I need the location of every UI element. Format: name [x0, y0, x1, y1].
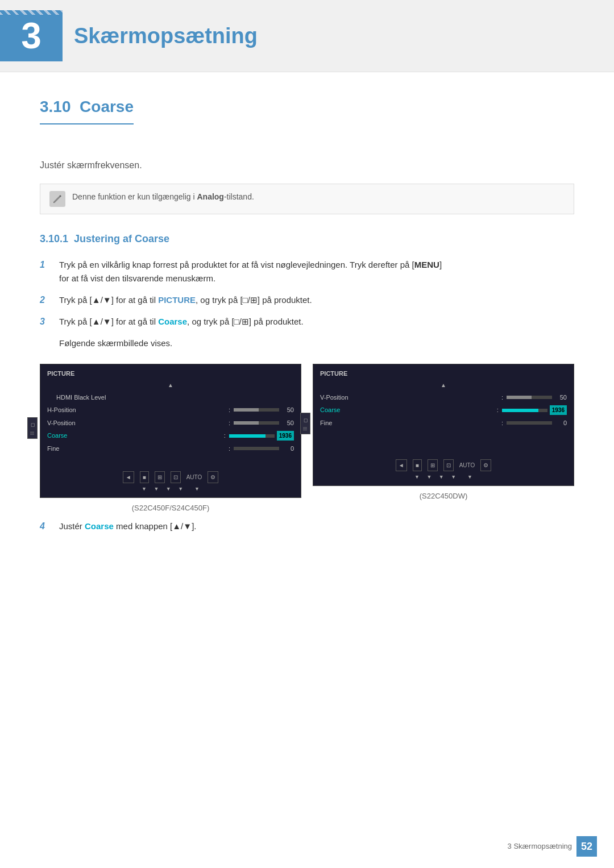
monitor-ui-2: PICTURE ▲ V-Position : 50 Coarse: [313, 364, 574, 486]
auto-label: AUTO: [186, 473, 202, 481]
page-footer: 3 Skærmopsætning 52: [0, 836, 614, 857]
steps-container: 1 Tryk på en vilkårlig knap forrest på p…: [40, 258, 574, 350]
picture-label-2: PICTURE: [318, 369, 569, 379]
screenshot-label-2: (S22C450DW): [420, 491, 468, 502]
step-number-1: 1: [40, 258, 51, 272]
row-label-vpos-2: V-Position: [320, 393, 498, 402]
menu-row-coarse-2: Coarse : 1936: [318, 404, 569, 417]
step-3: 3 Tryk på [▲/▼] for at gå til Coarse, og…: [40, 315, 574, 329]
chapter-number: 3: [0, 10, 63, 61]
sub-step-text: Følgende skærmbillede vises.: [59, 337, 574, 350]
bar-vpos: [234, 421, 279, 425]
up-arrow-2: ▲: [318, 381, 569, 389]
note-icon: [49, 191, 65, 207]
note-box: Denne funktion er kun tilgængelig i Anal…: [40, 184, 574, 214]
step-1: 1 Tryk på en vilkårlig knap forrest på p…: [40, 258, 574, 285]
step-number-2: 2: [40, 293, 51, 307]
note-text: Denne funktion er kun tilgængelig i Anal…: [72, 191, 254, 203]
step-number-3: 3: [40, 315, 51, 329]
monitor-ui-1: PICTURE ▲ HDMI Black Level H-Position : …: [40, 364, 301, 498]
monitor-icons-row-1: ◄ ■ ⊞ ⊡ AUTO ⚙: [45, 469, 296, 485]
pencil-icon: [52, 194, 63, 204]
menu-row-hdmi: HDMI Black Level: [45, 391, 296, 404]
footer-section-label: 3 Skærmopsætning: [508, 841, 572, 852]
bar-coarse-2: [502, 409, 547, 412]
screenshots-container: ◻ ||| PICTURE ▲ HDMI Black Level H-Posit…: [40, 364, 574, 514]
step-text-2: Tryk på [▲/▼] for at gå til PICTURE, og …: [59, 293, 312, 307]
menu-row-fine-2: Fine : 0: [318, 417, 569, 430]
bar-fine-2: [507, 421, 552, 425]
row-label-coarse-2: Coarse: [320, 405, 493, 415]
bar-vpos-2: [507, 396, 552, 399]
nav2-icon-4: ⊡: [443, 459, 454, 471]
row-label-hpos: H-Position: [47, 405, 225, 415]
nav-icon-3: ⊞: [155, 471, 165, 483]
nav2-icon-5: ⚙: [480, 459, 491, 471]
menu-row-vpos-2: V-Position : 50: [318, 391, 569, 404]
nav-icon-1: ◄: [123, 471, 134, 483]
screenshot-label-1: (S22C450F/S24C450F): [132, 502, 210, 514]
bar-hpos: [234, 408, 279, 412]
row-label-vpos: V-Position: [47, 418, 225, 428]
screenshot-1: ◻ ||| PICTURE ▲ HDMI Black Level H-Posit…: [40, 364, 301, 514]
auto-label-2: AUTO: [459, 461, 475, 470]
section-title: 3.10 Coarse: [40, 95, 134, 124]
monitor-container-2: ◻ ||| PICTURE ▲ V-Position : 50: [313, 364, 574, 486]
row-label-hdmi: HDMI Black Level: [56, 393, 294, 402]
bar-fine: [234, 447, 279, 450]
up-arrow-1: ▲: [45, 381, 296, 389]
nav2-icon-2: ■: [413, 459, 422, 471]
chapter-title: Skærmopsætning: [74, 20, 258, 52]
nav2-icon-3: ⊞: [428, 459, 438, 471]
step-text-1: Tryk på en vilkårlig knap forrest på pro…: [59, 258, 442, 285]
nav-icon-4: ⊡: [171, 471, 181, 483]
side-widget-1: ◻ |||: [27, 417, 38, 439]
side-widget-2: ◻ |||: [300, 413, 310, 434]
monitor-icons-row-2: ◄ ■ ⊞ ⊡ AUTO ⚙: [318, 457, 569, 474]
menu-row-vpos: V-Position : 50: [45, 417, 296, 430]
picture-label-1: PICTURE: [45, 369, 296, 379]
section-subtitle: Justér skærmfrekvensen.: [40, 159, 574, 172]
monitor-container-1: ◻ ||| PICTURE ▲ HDMI Black Level H-Posit…: [40, 364, 301, 498]
subsection-title: 3.10.1 Justering af Coarse: [40, 231, 574, 247]
step-text-3: Tryk på [▲/▼] for at gå til Coarse, og t…: [59, 315, 304, 329]
row-label-fine: Fine: [47, 444, 225, 454]
footer-page-number: 52: [576, 836, 597, 857]
menu-row-coarse: Coarse : 1936: [45, 429, 296, 442]
menu-row-hpos: H-Position : 50: [45, 404, 296, 417]
step-number-4: 4: [40, 520, 51, 533]
step-text-4: Justér Coarse med knappen [▲/▼].: [59, 520, 196, 533]
row-label-coarse: Coarse: [47, 431, 221, 441]
step-4: 4 Justér Coarse med knappen [▲/▼].: [40, 520, 574, 533]
step-2: 2 Tryk på [▲/▼] for at gå til PICTURE, o…: [40, 293, 574, 307]
screenshot-2: ◻ ||| PICTURE ▲ V-Position : 50: [313, 364, 574, 514]
nav-icon-5: ⚙: [208, 471, 218, 483]
row-label-fine-2: Fine: [320, 418, 498, 428]
main-content: 3.10 Coarse Justér skærmfrekvensen. Denn…: [0, 95, 614, 533]
nav2-icon-1: ◄: [396, 459, 407, 471]
nav-icon-2: ■: [140, 471, 149, 483]
chapter-header: 3 Skærmopsætning: [0, 0, 614, 72]
menu-row-fine: Fine : 0: [45, 442, 296, 455]
bar-coarse: [229, 434, 275, 438]
